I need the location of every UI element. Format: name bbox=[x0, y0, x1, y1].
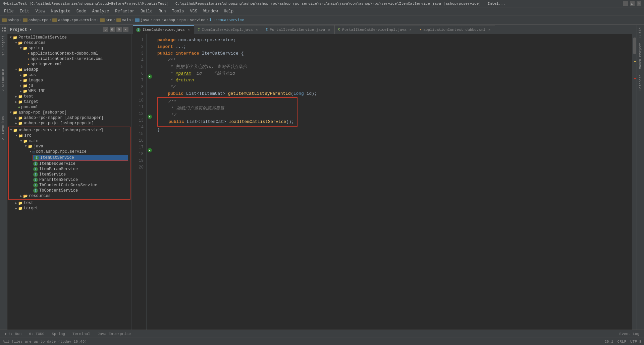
menu-build[interactable]: Build bbox=[138, 8, 155, 14]
tab-appcontextdubbo[interactable]: ✦ applicationContext-dubbo.xml ✕ bbox=[416, 25, 495, 34]
tab-itemcatservice[interactable]: I ItemCatService.java ✕ bbox=[133, 25, 194, 34]
spring-tab[interactable]: Spring bbox=[48, 331, 68, 337]
tab-close-icon[interactable]: ✕ bbox=[487, 28, 491, 32]
tab-close-icon[interactable]: ✕ bbox=[255, 28, 259, 32]
breadcrumb-java[interactable]: java bbox=[135, 18, 149, 22]
tree-label: test bbox=[24, 201, 34, 205]
code-editor[interactable]: 1 2 3 4 5 6 7 8 9 10 11 12 13 14 15 16 1… bbox=[131, 34, 637, 330]
tree-test2[interactable]: ▶ 📁 test bbox=[7, 200, 131, 206]
tree-src[interactable]: ▼ 📁 src bbox=[9, 133, 129, 138]
tree-resources[interactable]: ▼ 📂 resources bbox=[7, 40, 131, 46]
java-enterprise-tab[interactable]: Java Enterprise bbox=[94, 331, 134, 337]
database-panel-button[interactable]: Database bbox=[638, 72, 643, 93]
breadcrumb-ashop2[interactable]: ashop bbox=[164, 18, 175, 22]
menu-edit[interactable]: Edit bbox=[17, 8, 32, 14]
menu-tools[interactable]: Tools bbox=[169, 8, 187, 14]
tab-portalitemcatservice[interactable]: I PortalItemCatService.java ✕ bbox=[262, 25, 335, 34]
sync-icon[interactable]: ↺ bbox=[103, 27, 108, 32]
tree-pomxml[interactable]: ◈ pom.xml bbox=[7, 105, 131, 110]
tree-webinf[interactable]: ▶ 📁 WEB-INF bbox=[7, 88, 131, 94]
terminal-tab[interactable]: Terminal bbox=[69, 331, 94, 337]
breadcrumb-main[interactable]: main bbox=[116, 18, 131, 22]
folder-icon bbox=[116, 18, 121, 22]
menu-vcs[interactable]: VCS bbox=[187, 8, 200, 14]
tree-package[interactable]: ▼ ◫ com.ashop.rpc.service bbox=[9, 149, 129, 154]
line-numbers: 1 2 3 4 5 6 7 8 9 10 11 12 13 14 15 16 1… bbox=[131, 34, 147, 330]
tree-paramitemservice[interactable]: I ParamItemService bbox=[9, 177, 129, 183]
tab-itemcatserviceimpl[interactable]: C ItemCatServiceImpl.java ✕ bbox=[194, 25, 262, 34]
breadcrumb-ashop-rpc[interactable]: ashop-rpc bbox=[23, 18, 48, 22]
tree-resources2[interactable]: ▶ 📂 resources bbox=[9, 193, 129, 199]
breadcrumb-src[interactable]: src bbox=[100, 18, 112, 22]
menu-view[interactable]: View bbox=[33, 8, 48, 14]
tree-images[interactable]: ▶ 📁 images bbox=[7, 78, 131, 83]
menu-file[interactable]: File bbox=[1, 8, 16, 14]
breadcrumb-rpc[interactable]: rpc bbox=[179, 18, 186, 22]
menu-refactor[interactable]: Refactor bbox=[112, 8, 137, 14]
status-lineending: CRLF bbox=[618, 340, 626, 344]
tree-main[interactable]: ▼ 📁 main bbox=[9, 138, 129, 144]
project-tool-button[interactable] bbox=[0, 26, 7, 33]
tree-ashoprpcservice[interactable]: ▼ 📁 ashop-rpc-service [ashoprpcservice] bbox=[9, 128, 129, 133]
todo-tab[interactable]: 6: TODO bbox=[25, 331, 48, 337]
tree-itemcatservice[interactable]: I ItemCatService bbox=[33, 155, 128, 160]
breakpoint-7[interactable]: ● bbox=[148, 74, 152, 79]
tree-java[interactable]: ▼ 📁 java bbox=[9, 144, 129, 149]
build-panel-button[interactable]: Build bbox=[638, 25, 643, 40]
structure-panel-label[interactable]: 1: Project bbox=[1, 33, 6, 58]
menu-window[interactable]: Window bbox=[201, 8, 220, 14]
menu-navigate[interactable]: Navigate bbox=[48, 8, 73, 14]
tab-close-icon[interactable]: ✕ bbox=[409, 28, 413, 32]
menu-analyze[interactable]: Analyze bbox=[90, 8, 112, 14]
run-tab[interactable]: ▶ 4: Run bbox=[1, 331, 25, 337]
menu-code[interactable]: Code bbox=[74, 8, 89, 14]
breadcrumb-com[interactable]: com bbox=[153, 18, 160, 22]
tree-js[interactable]: ▶ 📁 js bbox=[7, 83, 131, 88]
tree-itemdescservice[interactable]: I ItemDescService bbox=[9, 161, 129, 166]
expand-icon[interactable]: ⊞ bbox=[110, 27, 115, 32]
tree-label: ItemParamService bbox=[39, 167, 78, 171]
z-structure-button[interactable]: Z-Structure bbox=[0, 67, 6, 93]
code-content[interactable]: package com.ashop.rpc.service; import ..… bbox=[153, 34, 632, 330]
tree-target2[interactable]: ▶ 📁 target bbox=[7, 206, 131, 211]
favorites-button[interactable]: 2: Favorites bbox=[0, 114, 6, 142]
menu-help[interactable]: Help bbox=[221, 8, 236, 14]
tree-css[interactable]: ▶ 📁 css bbox=[7, 72, 131, 78]
event-log-tab[interactable]: Event Log bbox=[616, 331, 643, 337]
editor-scrollbar[interactable] bbox=[632, 34, 637, 330]
tree-webapp[interactable]: ▼ 📁 webapp bbox=[7, 67, 131, 72]
tree-ashoprpcmapper[interactable]: ▶ 📁 ashop-rpc-mapper [ashoprpcmapper] bbox=[7, 115, 131, 121]
folder-icon bbox=[52, 18, 57, 22]
tree-springmvc[interactable]: ✦ springmvc.xml bbox=[7, 62, 131, 67]
tree-test[interactable]: ▶ 📁 test bbox=[7, 94, 131, 99]
breakpoint-18[interactable]: ● bbox=[148, 148, 152, 152]
tab-close-icon[interactable]: ✕ bbox=[327, 28, 331, 32]
tree-spring[interactable]: ▼ 📁 spring bbox=[7, 46, 131, 51]
tree-target[interactable]: ▶ 📁 target bbox=[7, 99, 131, 105]
tree-ashoprpcpojo[interactable]: ▶ 📁 ashop-rpc-pojo [ashoprpcpojo] bbox=[7, 121, 131, 126]
tree-ashoprpc[interactable]: ▼ 📁 ashop-rpc [ashoprpc] bbox=[7, 110, 131, 115]
maximize-button[interactable]: □ bbox=[630, 1, 635, 6]
breadcrumb-itemcatservice[interactable]: I ItemCatService bbox=[209, 18, 244, 22]
close-panel-icon[interactable]: ✕ bbox=[123, 27, 128, 32]
tree-appcontextdubbo[interactable]: ✦ applicationContext-dubbo.xml bbox=[7, 51, 131, 56]
scroll-thumb[interactable] bbox=[633, 38, 636, 54]
menu-run[interactable]: Run bbox=[156, 8, 169, 14]
maven-panel-button[interactable]: Maven Project bbox=[638, 40, 643, 72]
breadcrumb-ashop-rpc-service[interactable]: ashop-rpc-service bbox=[52, 18, 96, 22]
tree-label: ItemService bbox=[39, 172, 66, 177]
tree-tbcontentservice[interactable]: I TbContentService bbox=[9, 188, 129, 193]
tree-itemservice[interactable]: I ItemService bbox=[9, 172, 129, 177]
breadcrumb-service[interactable]: service bbox=[190, 18, 205, 22]
tree-appcontextservice[interactable]: ✦ applicationContext-service.xml bbox=[7, 56, 131, 62]
tree-tbcontentcategoryservice[interactable]: I TbContentCateGoryService bbox=[9, 183, 129, 188]
breadcrumb-ashop[interactable]: ashop bbox=[2, 18, 19, 22]
tree-portalitemcatservice[interactable]: ▼ 📁 PortalItemCatService bbox=[7, 35, 131, 40]
tab-portalitemcatserviceimpl[interactable]: C PortalItemCatServiceImpl.java ✕ bbox=[335, 25, 416, 34]
breakpoint-13[interactable]: ● bbox=[148, 115, 152, 119]
tree-itemparamservice[interactable]: I ItemParamService bbox=[9, 166, 129, 172]
minimize-button[interactable]: – bbox=[623, 1, 628, 6]
settings-icon[interactable]: ⚙ bbox=[116, 27, 122, 32]
tab-close-icon[interactable]: ✕ bbox=[186, 28, 191, 32]
close-button[interactable]: ✕ bbox=[637, 1, 641, 6]
